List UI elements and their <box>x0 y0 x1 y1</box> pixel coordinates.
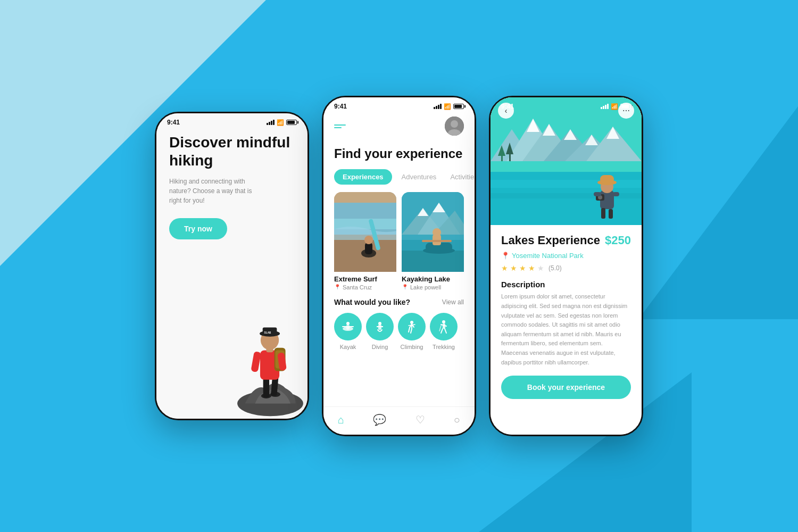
climbing-label: Climbing <box>401 344 423 350</box>
experience-title: Lakes Experience <box>501 234 600 247</box>
more-button[interactable]: ⋯ <box>618 103 634 119</box>
trekking-icon-circle <box>430 313 458 340</box>
tab-experiences[interactable]: Experiences <box>334 169 392 185</box>
phone-3-body: Lakes Experience $250 📍 Yosemite Nationa… <box>491 225 642 435</box>
svg-rect-81 <box>594 192 601 196</box>
nav-heart-icon[interactable]: ♡ <box>415 413 425 426</box>
star-3: ★ <box>519 264 526 272</box>
battery-icon-1 <box>286 120 297 125</box>
back-button[interactable]: ‹ <box>498 103 514 119</box>
phone-1-title: Discover mindful hiking <box>169 134 295 169</box>
svg-rect-82 <box>613 192 619 196</box>
activity-kayak[interactable]: Kayak <box>334 313 362 350</box>
what-label: What would you like? <box>334 298 410 306</box>
svg-line-57 <box>445 329 446 333</box>
stars-row: ★ ★ ★ ★ ★ (5.0) <box>501 264 631 272</box>
star-1: ★ <box>501 264 508 272</box>
svg-point-42 <box>346 322 350 325</box>
activity-trekking[interactable]: Trekking <box>430 313 458 350</box>
kayak-icon-circle <box>334 313 362 340</box>
svg-rect-33 <box>402 251 464 272</box>
try-now-button[interactable]: Try now <box>169 218 227 239</box>
location-name: Yosemite National Park <box>512 252 584 260</box>
battery-icon-2 <box>453 104 464 109</box>
avatar[interactable] <box>445 117 464 136</box>
surf-location: 📍 Santa Cruz <box>334 284 396 290</box>
svg-rect-41 <box>346 325 350 330</box>
nav-home-icon[interactable]: ⌂ <box>338 414 344 426</box>
kayak-image <box>402 192 464 272</box>
title-price-row: Lakes Experience $250 <box>501 234 631 247</box>
diving-icon-circle <box>366 313 394 340</box>
kayak-location-text: Lake powell <box>410 284 441 290</box>
svg-line-49 <box>409 328 410 332</box>
phone-3: 9:41 📶 <box>489 96 643 436</box>
signal-icon-1 <box>267 120 275 125</box>
tab-adventures[interactable]: Adventures <box>397 169 441 185</box>
svg-rect-87 <box>600 175 614 184</box>
svg-rect-84 <box>609 209 613 219</box>
time-1: 9:41 <box>167 119 180 126</box>
nav-chat-icon[interactable]: 💬 <box>373 413 386 426</box>
svg-line-52 <box>409 325 415 326</box>
phone-1: 9:41 📶 Discover mindful hiking Hiking an… <box>155 112 309 420</box>
wifi-icon-1: 📶 <box>277 119 284 126</box>
diving-label: Diving <box>372 344 388 350</box>
svg-rect-23 <box>365 243 372 254</box>
svg-rect-83 <box>601 208 605 219</box>
climbing-icon-circle <box>398 313 426 340</box>
status-icons-2: 📶 <box>434 103 464 110</box>
description-text: Lorem ipsum dolor sit amet, consectetur … <box>501 292 631 367</box>
nav-search-icon[interactable]: ○ <box>454 414 460 426</box>
surf-card[interactable]: Extreme Surf 📍 Santa Cruz <box>334 192 396 290</box>
activity-climbing[interactable]: Climbing <box>398 313 426 350</box>
location-row: 📍 Yosemite National Park <box>501 252 631 260</box>
photographer-figure <box>588 167 626 220</box>
hero-image: 9:41 📶 <box>491 97 642 225</box>
phone-1-description: Hiking and connecting with nature? Choos… <box>169 177 260 205</box>
menu-icon[interactable] <box>334 124 346 128</box>
svg-text:SLAB: SLAB <box>264 331 272 334</box>
hiker-figure: SLAB <box>228 206 307 419</box>
svg-line-56 <box>441 329 443 333</box>
svg-point-53 <box>442 320 445 323</box>
star-4: ★ <box>528 264 535 272</box>
surf-location-text: Santa Cruz <box>343 284 372 290</box>
status-bar-1: 9:41 📶 <box>156 113 307 128</box>
kayak-card[interactable]: Kayaking Lake 📍 Lake powell <box>402 192 464 290</box>
svg-point-37 <box>433 228 441 237</box>
what-row: What would you like? View all <box>323 298 475 306</box>
trekking-label: Trekking <box>433 344 455 350</box>
back-icon: ‹ <box>505 106 508 115</box>
status-bar-2: 9:41 📶 <box>323 97 475 112</box>
star-5-empty: ★ <box>537 264 544 272</box>
surf-title: Extreme Surf <box>334 275 396 283</box>
wifi-icon-3: 📶 <box>611 103 618 110</box>
phones-container: 9:41 📶 Discover mindful hiking Hiking an… <box>155 96 643 436</box>
kayak-label: Kayak <box>340 344 356 350</box>
bottom-nav: ⌂ 💬 ♡ ○ <box>323 406 475 435</box>
find-title: Find your experience <box>323 146 475 162</box>
tabs-row: Experiences Adventures Activities <box>323 169 475 192</box>
svg-point-16 <box>451 120 458 128</box>
view-all-link[interactable]: View all <box>442 298 464 306</box>
tab-activities[interactable]: Activities <box>446 169 476 185</box>
price-label: $250 <box>605 234 631 247</box>
activity-diving[interactable]: Diving <box>366 313 394 350</box>
phone-2: 9:41 📶 <box>322 96 476 436</box>
description-title: Description <box>501 280 631 289</box>
svg-rect-3 <box>263 378 269 397</box>
kayak-title: Kayaking Lake <box>402 275 464 283</box>
phone-2-header <box>323 112 475 141</box>
svg-point-24 <box>364 236 373 244</box>
svg-line-51 <box>411 329 412 333</box>
location-pin-surf: 📍 <box>334 284 340 290</box>
rating-value: (5.0) <box>548 264 562 272</box>
time-2: 9:41 <box>334 103 347 110</box>
activities-row: Kayak Diving <box>323 313 475 350</box>
status-icons-1: 📶 <box>267 119 297 126</box>
book-button[interactable]: Book your experience <box>501 376 631 399</box>
wifi-icon-2: 📶 <box>444 103 451 110</box>
kayak-location: 📍 Lake powell <box>402 284 464 290</box>
location-pin-icon: 📍 <box>501 252 510 260</box>
